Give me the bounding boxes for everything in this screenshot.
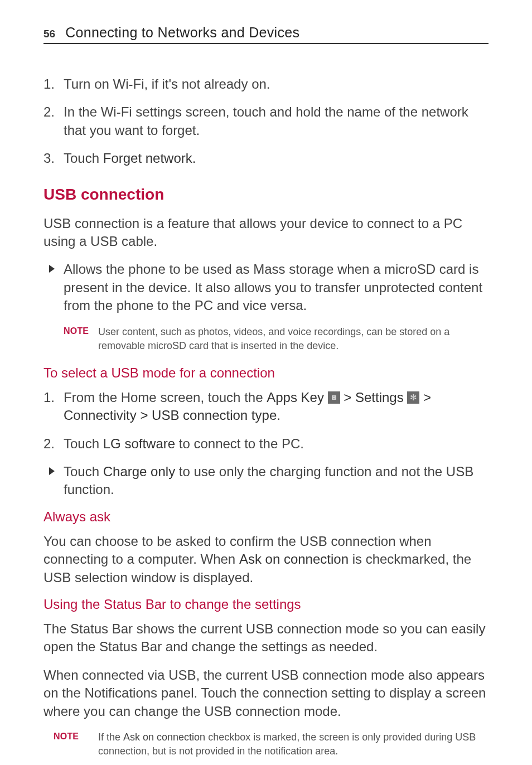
usb-connection-type-label: USB connection type	[152, 408, 277, 423]
text: Touch	[64, 436, 103, 451]
text: to connect to the PC.	[175, 436, 304, 451]
connectivity-label: Connectivity	[64, 408, 137, 423]
step-2: 2. In the Wi-Fi settings screen, touch a…	[43, 103, 489, 139]
settings-icon	[407, 391, 419, 404]
status-bar-heading: Using the Status Bar to change the setti…	[43, 597, 489, 612]
step-number: 1.	[43, 389, 55, 406]
status-bar-p1: The Status Bar shows the current USB con…	[43, 620, 489, 656]
step-number: 3.	[43, 149, 55, 167]
step-1: 1. Turn on Wi-Fi, if it's not already on…	[43, 75, 489, 93]
apps-key-icon	[328, 391, 340, 404]
gt: >	[340, 390, 355, 405]
always-ask-para: You can choose to be asked to confirm th…	[43, 532, 489, 587]
usb-bullet: Allows the phone to be used as Mass stor…	[43, 260, 489, 314]
select-usb-mode-heading: To select a USB mode for a connection	[43, 365, 489, 381]
step-text: Turn on Wi-Fi, if it's not already on.	[64, 76, 270, 91]
text: Touch	[64, 464, 103, 479]
triangle-icon	[49, 265, 55, 273]
text: From the Home screen, touch the	[64, 390, 267, 405]
usb-connection-heading: USB connection	[43, 186, 489, 204]
ask-on-connection-label: Ask on connection	[239, 551, 349, 567]
page: 56 Connecting to Networks and Devices 1.…	[0, 0, 532, 765]
usb-intro: USB connection is a feature that allows …	[43, 215, 489, 251]
chapter-title: Connecting to Networks and Devices	[65, 25, 299, 41]
step-text: In the Wi-Fi settings screen, touch and …	[64, 104, 468, 137]
forget-network-label: Forget network.	[103, 151, 196, 166]
charge-only-bullet: Touch Charge only to use only the chargi…	[43, 463, 489, 499]
step-text-prefix: Touch	[64, 151, 103, 166]
step-number: 2.	[43, 103, 55, 121]
always-ask-heading: Always ask	[43, 509, 489, 525]
apps-key-label: Apps Key	[267, 390, 324, 405]
text: If the	[98, 732, 123, 743]
page-number: 56	[43, 28, 55, 40]
charge-only-label: Charge only	[103, 464, 175, 479]
step-number: 2.	[43, 435, 55, 453]
lg-software-label: LG software	[103, 436, 175, 451]
note-text: User content, such as photos, videos, an…	[98, 326, 449, 351]
usb-bullet-text: Allows the phone to be used as Mass stor…	[64, 262, 482, 313]
select-step-1: 1. From the Home screen, touch the Apps …	[43, 389, 489, 425]
note-block: NOTE If the Ask on connection checkbox i…	[54, 730, 489, 758]
gt: >	[137, 408, 152, 423]
ask-on-connection-label: Ask on connection	[123, 732, 205, 743]
note-block: NOTE User content, such as photos, video…	[64, 325, 489, 353]
select-step-2: 2. Touch LG software to connect to the P…	[43, 435, 489, 453]
page-header: 56 Connecting to Networks and Devices	[43, 25, 489, 44]
dot: .	[277, 408, 280, 423]
settings-label: Settings	[355, 390, 404, 405]
note-label: NOTE	[54, 730, 79, 743]
step-3: 3. Touch Forget network.	[43, 149, 489, 167]
step-number: 1.	[43, 75, 55, 93]
note-label: NOTE	[64, 325, 89, 337]
status-bar-p2: When connected via USB, the current USB …	[43, 666, 489, 720]
triangle-icon	[49, 467, 55, 475]
gt: >	[419, 390, 431, 405]
